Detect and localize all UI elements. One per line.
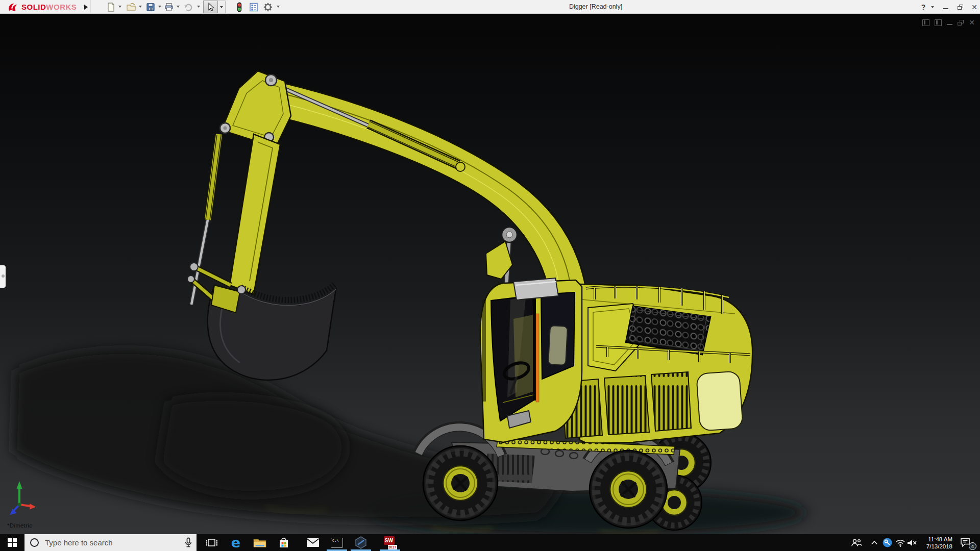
menu-flyout-arrow[interactable] (82, 0, 91, 14)
solidworks-logo: SOLIDWORKS (6, 2, 77, 12)
close-button[interactable]: ✕ (968, 0, 980, 14)
toggle-left-pane-icon[interactable] (922, 19, 929, 26)
minimize-icon (943, 8, 948, 9)
file-explorer-icon (253, 537, 266, 548)
rebuild-traffic-light-icon (234, 2, 244, 12)
digger-3d-model[interactable] (0, 14, 980, 534)
print-dropdown[interactable] (176, 6, 181, 10)
wifi-icon (895, 539, 905, 547)
blue-key-tray-button[interactable] (881, 534, 893, 551)
task-view-button[interactable] (200, 534, 224, 551)
hexagon-3d-app-icon (354, 536, 368, 549)
open-folder-icon (126, 2, 136, 12)
flyout-arrow-icon (84, 5, 88, 10)
collapsed-panel-tab[interactable] (0, 265, 6, 288)
undo-icon (183, 2, 193, 12)
volume-muted-icon (906, 539, 917, 547)
toggle-right-pane-icon[interactable] (935, 19, 942, 26)
options-button[interactable] (262, 2, 274, 12)
sw-cube: SW (384, 536, 395, 545)
hexagon-3d-app-button[interactable] (349, 534, 373, 551)
brand-bold: SOLID (21, 3, 46, 11)
task-view-icon (206, 538, 218, 548)
new-document-icon (106, 2, 116, 12)
print-icon (164, 2, 174, 12)
mail-button[interactable] (301, 534, 325, 551)
graphics-area[interactable]: ✕ *Dimetric (0, 14, 980, 534)
clock-time: 11:48 AM (918, 536, 952, 543)
document-restore-icon[interactable] (958, 20, 964, 26)
document-window-controls: ✕ (922, 19, 975, 26)
command-prompt-button[interactable]: C:\ (325, 534, 349, 551)
help-dropdown[interactable] (929, 0, 936, 14)
view-orientation-label: *Dimetric (7, 522, 32, 529)
command-prompt-icon: C:\ (331, 538, 343, 548)
solidworks-2017-icon: SW 2017 (384, 536, 397, 549)
ds-logo-icon (6, 2, 19, 12)
windows-taskbar: e C:\ (0, 534, 980, 551)
undo-button[interactable] (183, 2, 194, 12)
solidworks-2017-button[interactable]: SW 2017 (378, 534, 402, 551)
options-gear-icon (263, 2, 273, 12)
microphone-icon[interactable] (184, 537, 192, 550)
wifi-tray-button[interactable] (894, 534, 906, 551)
document-title: Digger [Read-only] (519, 0, 672, 14)
restore-icon (958, 5, 963, 10)
orientation-triad (10, 481, 36, 515)
select-dropdown[interactable] (218, 1, 226, 13)
cortana-circle-icon (30, 538, 39, 547)
open-button[interactable] (126, 2, 137, 12)
save-floppy-icon (145, 2, 156, 12)
undo-dropdown[interactable] (196, 6, 201, 10)
rebuild-button[interactable] (234, 2, 245, 12)
people-icon (851, 538, 862, 547)
document-close-icon[interactable]: ✕ (969, 19, 975, 26)
new-dropdown[interactable] (117, 6, 122, 10)
windows-logo-icon (8, 538, 17, 547)
select-cursor-icon (203, 1, 218, 13)
restore-button[interactable] (954, 0, 966, 14)
brand-text: SOLIDWORKS (21, 3, 77, 11)
sw-year-tag: 2017 (388, 545, 397, 549)
mail-icon (306, 538, 320, 547)
document-minimize-icon[interactable] (947, 24, 952, 26)
volume-tray-button[interactable] (905, 534, 918, 551)
store-icon (278, 537, 289, 549)
clock-date: 7/13/2018 (918, 543, 952, 550)
save-dropdown[interactable] (157, 6, 162, 10)
stick-cylinder (286, 89, 465, 171)
title-bar: SOLIDWORKS (0, 0, 980, 14)
edge-icon: e (231, 536, 240, 549)
minimize-button[interactable] (940, 0, 951, 14)
open-dropdown[interactable] (138, 6, 143, 10)
taskbar-search[interactable] (24, 534, 197, 551)
start-button[interactable] (0, 534, 24, 551)
stick-arm (230, 134, 280, 294)
select-tool-button[interactable] (203, 1, 227, 13)
notification-badge: 4 (969, 542, 976, 550)
people-tray-button[interactable] (849, 534, 864, 551)
options-dropdown[interactable] (276, 6, 281, 10)
save-button[interactable] (145, 2, 156, 12)
help-button[interactable]: ? (918, 0, 928, 14)
taskbar-clock[interactable]: 11:48 AM 7/13/2018 (918, 534, 952, 551)
action-center-button[interactable]: 4 (955, 534, 978, 551)
solidworks-app-window: SOLIDWORKS (0, 0, 980, 551)
blue-key-icon (883, 538, 892, 547)
new-document-button[interactable] (105, 2, 116, 12)
print-button[interactable] (163, 2, 175, 12)
chevron-up-icon (871, 540, 878, 545)
hidden-icons-button[interactable] (869, 534, 880, 551)
search-input[interactable] (45, 538, 173, 547)
file-properties-button[interactable] (248, 2, 259, 12)
store-button[interactable] (272, 534, 296, 551)
file-properties-icon (249, 2, 259, 12)
edge-button[interactable]: e (224, 534, 248, 551)
file-explorer-button[interactable] (248, 534, 272, 551)
brand-light: WORKS (46, 3, 77, 11)
